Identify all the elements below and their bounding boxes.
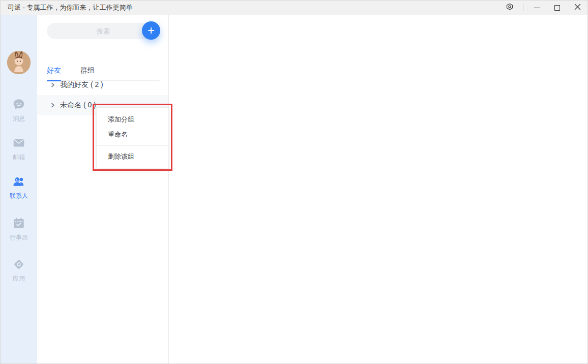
close-icon bbox=[574, 3, 581, 12]
chat-bubble-icon bbox=[12, 104, 25, 112]
sidebar-item-label: 应用 bbox=[1, 275, 37, 283]
sidebar-item-apps[interactable]: 应用 bbox=[1, 258, 37, 283]
titlebar: 司派 - 专属工作，为你而来，让工作更简单 bbox=[1, 1, 587, 15]
contacts-panel: + 好友 群组 我的好友 ( 2 ) bbox=[37, 15, 169, 363]
minimize-icon bbox=[534, 8, 540, 8]
sidebar-item-messages[interactable]: 消息 bbox=[1, 98, 37, 123]
group-label: 我的好友 ( 2 ) bbox=[60, 80, 103, 89]
group-label: 未命名 ( 0 ) bbox=[60, 101, 96, 110]
sidebar-item-calendar[interactable]: 行事历 bbox=[1, 217, 37, 242]
sidebar-item-label: 消息 bbox=[1, 114, 37, 123]
sidebar-item-contacts[interactable]: 联系人 bbox=[1, 175, 37, 200]
mail-icon bbox=[12, 142, 25, 151]
sidebar-item-label: 联系人 bbox=[1, 192, 37, 200]
calendar-icon bbox=[12, 223, 25, 231]
close-button[interactable] bbox=[567, 1, 587, 15]
sidebar-item-mail[interactable]: 邮箱 bbox=[1, 136, 37, 162]
window-title: 司派 - 专属工作，为你而来，让工作更简单 bbox=[8, 3, 133, 12]
titlebar-divider bbox=[523, 4, 523, 11]
apps-icon bbox=[12, 264, 25, 272]
sidebar-item-label: 行事历 bbox=[1, 233, 37, 242]
chevron-right-icon bbox=[50, 82, 55, 87]
context-menu: 添加分组 重命名 删除该组 bbox=[96, 107, 169, 168]
plus-icon: + bbox=[148, 24, 155, 37]
menu-divider bbox=[97, 145, 168, 146]
minimize-button[interactable] bbox=[526, 1, 547, 15]
menu-item-rename[interactable]: 重命名 bbox=[97, 127, 168, 142]
sidebar-item-label: 邮箱 bbox=[1, 153, 37, 162]
main-content-area bbox=[169, 15, 587, 363]
settings-button[interactable] bbox=[499, 1, 520, 15]
app-window: 司派 - 专属工作，为你而来，让工作更简单 bbox=[0, 0, 588, 364]
gear-icon bbox=[505, 2, 515, 14]
maximize-button[interactable] bbox=[547, 1, 567, 15]
group-row-my-friends[interactable]: 我的好友 ( 2 ) bbox=[37, 75, 168, 95]
titlebar-controls bbox=[499, 1, 587, 15]
maximize-icon bbox=[554, 5, 560, 11]
chevron-right-icon bbox=[50, 103, 55, 108]
left-nav-rail: 消息 邮箱 bbox=[1, 15, 37, 363]
user-avatar[interactable] bbox=[7, 51, 31, 74]
contacts-icon bbox=[12, 181, 25, 190]
add-button[interactable]: + bbox=[142, 21, 160, 40]
menu-item-delete-group[interactable]: 删除该组 bbox=[97, 149, 168, 164]
menu-item-add-group[interactable]: 添加分组 bbox=[97, 112, 168, 127]
